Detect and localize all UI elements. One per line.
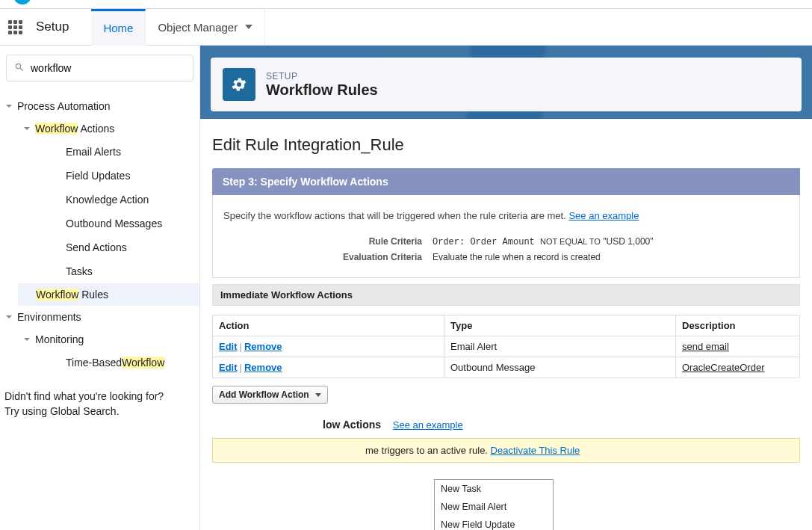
setup-sidebar: Process Automation Workflow Actions Emai… (0, 46, 200, 530)
tree-label: Monitoring (35, 333, 84, 345)
col-type: Type (444, 315, 676, 336)
tree-send-actions[interactable]: Send Actions (18, 235, 199, 259)
add-workflow-action-label: Add Workflow Action (219, 389, 309, 400)
immediate-actions-header: Immediate Workflow Actions (212, 284, 800, 306)
step-header: Step 3: Specify Workflow Actions (212, 168, 800, 195)
rule-criteria-value: Order: Order Amount NOT EQUAL TO "USD 1,… (433, 236, 654, 247)
quick-find-box[interactable] (6, 55, 193, 81)
add-workflow-action-button[interactable]: Add Workflow Action (212, 386, 328, 404)
cell-description-link[interactable]: OracleCreateOrder (682, 362, 765, 373)
page-header: SETUP Workflow Rules (211, 58, 802, 111)
actions-table: Action Type Description Edit|Remove Emai… (212, 315, 800, 378)
tree-outbound-messages[interactable]: Outbound Messages (18, 212, 199, 235)
tree-monitoring[interactable]: Monitoring (18, 328, 199, 351)
tree-workflow-actions[interactable]: Workflow Actions (18, 117, 199, 140)
remove-link[interactable]: Remove (244, 341, 282, 352)
tab-object-manager-label: Object Manager (158, 21, 238, 34)
step-description: Specify the workflow actions that will b… (223, 210, 789, 221)
quick-find-input[interactable] (31, 62, 185, 74)
search-icon (14, 62, 25, 75)
caret-down-icon (22, 336, 31, 343)
tree-tasks[interactable]: Tasks (18, 259, 199, 283)
menu-new-field-update[interactable]: New Field Update (435, 516, 553, 530)
global-header: Setup Home Object Manager (0, 9, 812, 46)
tree-knowledge-action[interactable]: Knowledge Action (18, 188, 199, 212)
see-example-link[interactable]: See an example (568, 210, 639, 221)
table-row: Edit|Remove Outbound Message OracleCreat… (213, 357, 800, 378)
workflow-rules-icon (223, 68, 255, 101)
tree-field-updates[interactable]: Field Updates (18, 164, 199, 188)
eval-criteria-value: Evaluate the rule when a record is creat… (433, 252, 601, 262)
edit-link[interactable]: Edit (219, 341, 238, 352)
app-launcher-icon[interactable] (0, 20, 30, 34)
tree-time-based-workflow[interactable]: Time-Based Workflow (18, 351, 199, 375)
tree-label: Workflow Rules (36, 289, 108, 301)
brand-circle (13, 0, 31, 4)
tree-workflow-rules[interactable]: Workflow Rules (18, 283, 199, 306)
eval-criteria-label: Evaluation Criteria (223, 252, 433, 262)
remove-link[interactable]: Remove (244, 362, 282, 373)
menu-new-task[interactable]: New Task (435, 480, 553, 498)
edit-link[interactable]: Edit (219, 362, 238, 373)
tree-process-automation[interactable]: Process Automation (0, 95, 199, 117)
caret-down-icon (22, 125, 31, 132)
cell-description-link[interactable]: send email (682, 341, 729, 352)
rule-criteria-label: Rule Criteria (223, 236, 433, 247)
see-example-link-2[interactable]: See an example (393, 419, 463, 431)
chevron-down-icon (245, 25, 252, 29)
cell-type: Outbound Message (444, 357, 676, 378)
tab-home[interactable]: Home (91, 9, 146, 46)
deactivate-warning: You cannot add time-dependent time trigg… (212, 438, 800, 463)
tree-email-alerts[interactable]: Email Alerts (18, 140, 199, 164)
tree-label: Workflow Actions (35, 123, 114, 135)
cell-type: Email Alert (444, 336, 676, 357)
time-dependent-title: Time-Dependent Worklow Actions (212, 419, 381, 431)
tree-label: Environments (17, 311, 81, 323)
edit-rule-title: Edit Rule Integration_Rule (212, 135, 800, 155)
setup-label: Setup (30, 19, 91, 34)
col-description: Description (676, 315, 800, 336)
caret-down-icon (4, 313, 13, 321)
content-area: SETUP Workflow Rules Edit Rule Integrati… (200, 46, 812, 530)
deactivate-link[interactable]: Deactivate This Rule (491, 445, 580, 456)
table-row: Edit|Remove Email Alert send email (213, 336, 800, 357)
caret-down-icon (4, 102, 13, 110)
menu-new-email-alert[interactable]: New Email Alert (435, 498, 553, 516)
tree-label: Process Automation (17, 100, 111, 112)
page-caption: SETUP (266, 71, 378, 81)
page-title: Workflow Rules (266, 81, 378, 99)
tree-environments[interactable]: Environments (0, 306, 199, 328)
col-action: Action (213, 315, 444, 336)
add-action-menu: New Task New Email Alert New Field Updat… (434, 479, 554, 530)
tab-object-manager[interactable]: Object Manager (146, 9, 265, 46)
sidebar-footer-hint: Didn't find what you're looking for? Try… (0, 375, 199, 434)
dropdown-arrow-icon (315, 393, 321, 397)
